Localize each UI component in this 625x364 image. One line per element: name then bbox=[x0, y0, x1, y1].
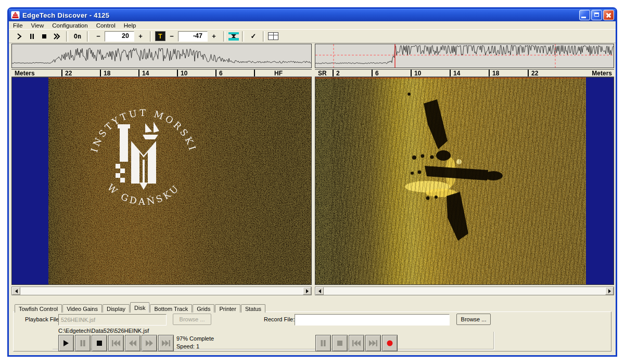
menu-bar: File View Configuration Control Help bbox=[9, 21, 616, 29]
tab-grids[interactable]: Grids bbox=[193, 304, 214, 313]
minimize-icon bbox=[581, 17, 586, 18]
range-tick-18: 18 bbox=[489, 70, 528, 76]
minimize-button[interactable] bbox=[579, 10, 590, 20]
range-value-field[interactable]: 20 bbox=[105, 31, 134, 42]
pause-icon bbox=[320, 340, 327, 347]
close-button[interactable] bbox=[603, 10, 614, 20]
channel-label-hf: HF bbox=[254, 70, 312, 76]
playback-browse-button[interactable]: Browse ... bbox=[173, 314, 211, 325]
edgetech-logo-icon bbox=[11, 11, 20, 19]
skip-to-end-icon bbox=[368, 340, 378, 347]
arrow-left-icon bbox=[318, 289, 321, 293]
playback-stop-button[interactable] bbox=[92, 335, 107, 352]
range-tick-10: 10 bbox=[411, 70, 450, 76]
starboard-signal-trace bbox=[315, 44, 614, 68]
fast-forward-button[interactable] bbox=[50, 31, 63, 42]
threshold-icon[interactable]: T bbox=[155, 31, 165, 41]
tab-printer[interactable]: Printer bbox=[215, 304, 240, 313]
pause-icon bbox=[30, 33, 34, 40]
playback-status: 97% Complete Speed: 1 bbox=[176, 335, 214, 350]
stop-icon bbox=[336, 340, 343, 347]
stop-icon bbox=[42, 34, 47, 39]
title-bar[interactable]: EdgeTech Discover - 4125 bbox=[9, 9, 616, 21]
record-button[interactable] bbox=[382, 335, 398, 352]
range-tick-6: 6 bbox=[215, 70, 254, 76]
starboard-sonar-display[interactable] bbox=[315, 77, 614, 285]
record-skip-end-button[interactable] bbox=[365, 335, 381, 352]
range-tick-14: 14 bbox=[450, 70, 489, 76]
pause-icon bbox=[79, 340, 86, 347]
tab-status[interactable]: Status bbox=[241, 304, 265, 313]
range-decrease-button[interactable]: − bbox=[92, 31, 105, 42]
playback-pause-button[interactable] bbox=[75, 335, 91, 352]
toolbar: On − 20 + T − -47 + ✓ bbox=[9, 29, 616, 43]
sonar-on-button[interactable]: On bbox=[71, 31, 84, 42]
menu-view[interactable]: View bbox=[27, 22, 48, 29]
ruler-label-meters: Meters bbox=[11, 70, 61, 76]
tab-display[interactable]: Display bbox=[103, 304, 130, 313]
restore-icon bbox=[594, 12, 599, 17]
range-tick-18: 18 bbox=[100, 70, 138, 76]
tab-video-gains[interactable]: Video Gains bbox=[62, 304, 102, 313]
playback-fast-forward-button[interactable] bbox=[142, 335, 157, 352]
range-increase-button[interactable]: + bbox=[134, 31, 147, 42]
latest-ping-line bbox=[315, 77, 586, 79]
threshold-value-field[interactable]: -47 bbox=[178, 31, 208, 42]
threshold-decrease-button[interactable]: − bbox=[165, 31, 178, 42]
record-pause-button[interactable] bbox=[315, 335, 331, 352]
scroll-left-button[interactable] bbox=[12, 287, 20, 295]
playback-play-button[interactable] bbox=[58, 335, 74, 352]
playback-file-input[interactable] bbox=[58, 314, 167, 326]
playback-skip-start-button[interactable] bbox=[108, 335, 124, 352]
skip-to-start-icon bbox=[352, 340, 361, 347]
port-horizontal-scrollbar[interactable] bbox=[11, 287, 312, 295]
record-icon bbox=[386, 340, 393, 347]
stop-button[interactable] bbox=[38, 31, 50, 42]
fast-forward-icon bbox=[53, 33, 60, 40]
grid-table-icon[interactable] bbox=[268, 32, 278, 40]
record-skip-start-button[interactable] bbox=[349, 335, 364, 352]
threshold-increase-button[interactable]: + bbox=[208, 31, 220, 42]
tab-disk[interactable]: Disk bbox=[130, 302, 149, 313]
tab-towfish-control[interactable]: Towfish Control bbox=[15, 304, 62, 313]
range-tick-6: 6 bbox=[372, 70, 411, 76]
playback-transport bbox=[58, 335, 175, 352]
menu-help[interactable]: Help bbox=[120, 22, 141, 29]
record-transport bbox=[315, 335, 399, 352]
play-icon bbox=[17, 33, 22, 40]
playback-rewind-button[interactable] bbox=[125, 335, 141, 352]
menu-file[interactable]: File bbox=[9, 22, 27, 29]
record-file-input[interactable] bbox=[295, 314, 450, 326]
bottom-track-icon[interactable] bbox=[228, 32, 239, 41]
play-button[interactable] bbox=[13, 31, 25, 42]
playback-skip-end-button[interactable] bbox=[158, 335, 174, 352]
tab-bottom-track[interactable]: Bottom Track bbox=[150, 304, 192, 313]
apply-check-button[interactable]: ✓ bbox=[247, 31, 260, 42]
maximize-button[interactable] bbox=[591, 10, 602, 20]
starboard-horizontal-scrollbar[interactable] bbox=[315, 287, 614, 295]
disk-tab-page: Playback File: Browse ... Record File: B… bbox=[13, 311, 611, 352]
ruler-label-meters: Meters bbox=[592, 70, 612, 77]
menu-control[interactable]: Control bbox=[92, 22, 120, 29]
range-tick-22: 22 bbox=[61, 70, 100, 76]
app-window: EdgeTech Discover - 4125 File View Confi… bbox=[7, 7, 617, 357]
skip-to-end-icon bbox=[161, 340, 171, 347]
port-sonar-display[interactable]: INSTYTUT MORSKI W GDAŃSKU bbox=[11, 77, 312, 285]
scroll-left-button[interactable] bbox=[315, 287, 324, 295]
scroll-right-button[interactable] bbox=[605, 287, 614, 295]
arrow-left-icon bbox=[15, 289, 18, 293]
port-scope-panel bbox=[11, 44, 312, 68]
record-browse-button[interactable]: Browse ... bbox=[456, 314, 491, 325]
port-signal-trace bbox=[12, 44, 311, 68]
record-stop-button[interactable] bbox=[332, 335, 348, 352]
range-tick-14: 14 bbox=[138, 70, 177, 76]
menu-configuration[interactable]: Configuration bbox=[48, 22, 92, 29]
playback-file-path: C:\Edgetech\Data526\526HEINK.jsf bbox=[58, 328, 149, 334]
control-panel: Towfish Control Video Gains Display Disk… bbox=[9, 299, 616, 355]
toolbar-separator bbox=[66, 31, 68, 42]
scroll-right-button[interactable] bbox=[303, 287, 311, 295]
pause-button[interactable] bbox=[25, 31, 38, 42]
range-tick-2: 2 bbox=[333, 70, 372, 76]
stop-icon bbox=[96, 340, 103, 347]
desktop: EdgeTech Discover - 4125 File View Confi… bbox=[0, 0, 625, 364]
